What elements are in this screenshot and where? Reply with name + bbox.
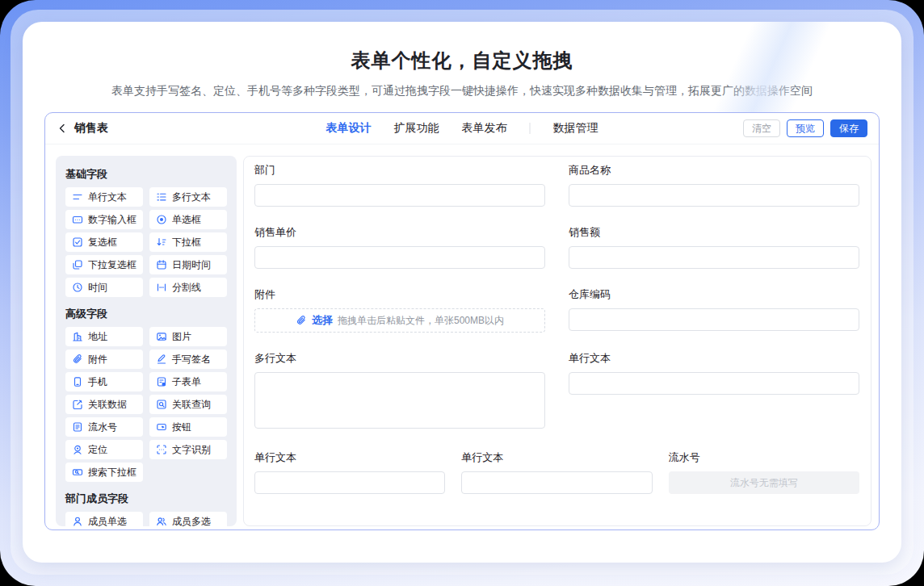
field-label: 附件	[254, 287, 545, 302]
form-field-warehouse-code: 仓库编码	[569, 287, 859, 331]
field-chip-time[interactable]: 时间	[65, 278, 143, 297]
field-chip-grid: 地址图片附件手写签名手机子表单关联数据关联查询流水号按钮定位文字识别搜索下拉框	[65, 327, 227, 482]
member-multi-icon	[156, 516, 167, 526]
field-label: 商品名称	[569, 163, 859, 178]
ocr-icon	[156, 444, 167, 455]
field-chip-multi-line-text[interactable]: 多行文本	[149, 187, 227, 207]
field-chip-number-input[interactable]: 数字输入框	[65, 210, 143, 229]
chevron-left-icon	[57, 123, 68, 134]
clear-button[interactable]: 清空	[743, 119, 780, 137]
attachment-icon	[72, 354, 83, 365]
field-chip-label: 附件	[88, 353, 107, 366]
toolbar-actions: 清空 预览 保存	[743, 119, 867, 137]
field-chip-mobile[interactable]: 手机	[65, 372, 143, 391]
field-chip-label: 子表单	[172, 375, 201, 389]
subform-icon	[156, 376, 167, 387]
field-label: 单行文本	[254, 450, 445, 465]
field-chip-related-query[interactable]: 关联查询	[149, 395, 227, 414]
sidebar-section-title: 高级字段	[65, 307, 227, 321]
field-chip-member-single[interactable]: 成员单选	[65, 512, 143, 526]
form-canvas: 部门商品名称销售单价销售额附件选择拖拽单击后粘贴文件，单张500MB以内仓库编码…	[243, 156, 872, 526]
form-field-single-line-text-2: 单行文本	[254, 450, 445, 494]
field-input-unit-price[interactable]	[254, 246, 545, 269]
field-chip-button-field[interactable]: 按钮	[149, 417, 227, 437]
field-chip-label: 定位	[88, 443, 107, 457]
field-chip-checkbox[interactable]: 复选框	[65, 232, 143, 252]
field-label: 部门	[254, 163, 545, 178]
attachment-icon	[296, 315, 307, 326]
field-chip-datetime[interactable]: 日期时间	[149, 255, 227, 274]
attachment-hint: 拖拽单击后粘贴文件，单张500MB以内	[338, 314, 504, 328]
datetime-icon	[156, 259, 167, 270]
field-chip-address[interactable]: 地址	[65, 327, 143, 346]
field-input-warehouse-code[interactable]	[569, 308, 859, 331]
form-field-single-line-text-1: 单行文本	[569, 351, 859, 395]
sidebar-section-title: 部门成员字段	[65, 492, 227, 506]
form-field-unit-price: 销售单价	[254, 225, 545, 269]
signature-icon	[156, 354, 167, 365]
field-chip-member-multi[interactable]: 成员多选	[149, 512, 227, 526]
form-designer-window: 销售表 表单设计 扩展功能 表单发布 数据管理 清空 预览 保存	[44, 112, 880, 530]
tab-data-management[interactable]: 数据管理	[553, 121, 598, 136]
field-chip-divider-field[interactable]: 分割线	[149, 278, 227, 297]
field-label: 销售单价	[254, 225, 545, 240]
tab-form-publish[interactable]: 表单发布	[462, 121, 507, 136]
field-chip-signature[interactable]: 手写签名	[149, 350, 227, 369]
field-chip-subform[interactable]: 子表单	[149, 372, 227, 391]
form-row: 部门商品名称	[254, 163, 859, 207]
divider-field-icon	[156, 282, 167, 293]
field-chip-label: 成员单选	[88, 515, 127, 527]
field-chip-label: 成员多选	[172, 515, 211, 527]
tab-form-design[interactable]: 表单设计	[326, 121, 372, 136]
field-chip-label: 图片	[172, 330, 191, 344]
field-chip-label: 文字识别	[172, 443, 211, 457]
tab-extensions[interactable]: 扩展功能	[394, 121, 439, 136]
sidebar-section-title: 基础字段	[65, 167, 227, 182]
dropdown-multi-icon	[72, 259, 83, 270]
field-chip-label: 下拉框	[172, 236, 201, 249]
search-dropdown-icon	[72, 467, 83, 478]
single-line-text-icon	[72, 191, 83, 203]
field-chip-label: 手写签名	[172, 353, 211, 366]
field-input-department[interactable]	[254, 184, 545, 207]
form-field-single-line-text-3: 单行文本	[461, 450, 652, 494]
field-chip-radio[interactable]: 单选框	[149, 210, 227, 229]
field-chip-grid: 单行文本多行文本数字输入框单选框复选框下拉框下拉复选框日期时间时间分割线	[65, 187, 227, 297]
field-chip-attachment[interactable]: 附件	[65, 350, 143, 369]
field-input-single-line-text-2[interactable]	[254, 471, 445, 494]
related-query-icon	[156, 399, 167, 410]
dropdown-icon	[156, 236, 167, 248]
field-chip-label: 地址	[88, 330, 107, 344]
page-title: 表单个性化，自定义拖拽	[23, 48, 901, 73]
field-chip-label: 关联查询	[172, 398, 211, 412]
back-button[interactable]: 销售表	[57, 121, 108, 136]
field-input-sales-amount[interactable]	[569, 246, 859, 269]
field-chip-location[interactable]: 定位	[65, 440, 143, 459]
time-icon	[72, 282, 83, 293]
field-input-product-name[interactable]	[569, 184, 859, 207]
field-chip-related-data[interactable]: 关联数据	[65, 395, 143, 414]
field-input-single-line-text-1[interactable]	[569, 372, 859, 395]
field-chip-serial-number[interactable]: 流水号	[65, 417, 143, 437]
preview-button[interactable]: 预览	[787, 119, 824, 137]
field-chip-dropdown-multi[interactable]: 下拉复选框	[65, 255, 143, 274]
field-textarea-multiline-text[interactable]	[254, 372, 545, 429]
form-row: 附件选择拖拽单击后粘贴文件，单张500MB以内仓库编码	[254, 287, 859, 333]
field-chip-label: 日期时间	[172, 258, 211, 272]
location-icon	[72, 444, 83, 455]
field-chip-label: 手机	[88, 375, 107, 389]
field-chip-image[interactable]: 图片	[149, 327, 227, 346]
field-chip-single-line-text[interactable]: 单行文本	[65, 187, 143, 207]
form-row: 单行文本单行文本流水号	[254, 450, 859, 494]
field-chip-search-dropdown[interactable]: 搜索下拉框	[65, 463, 143, 482]
field-input-serial-number[interactable]	[669, 471, 859, 494]
field-input-single-line-text-3[interactable]	[461, 471, 652, 494]
save-button[interactable]: 保存	[830, 119, 867, 137]
attachment-choose-link[interactable]: 选择	[312, 313, 333, 328]
number-input-icon	[72, 214, 83, 225]
field-chip-ocr[interactable]: 文字识别	[149, 440, 227, 459]
attachment-upload-box[interactable]: 选择拖拽单击后粘贴文件，单张500MB以内	[254, 308, 545, 333]
field-sidebar: 基础字段单行文本多行文本数字输入框单选框复选框下拉框下拉复选框日期时间时间分割线…	[56, 156, 237, 526]
form-row: 销售单价销售额	[254, 225, 859, 269]
field-chip-dropdown[interactable]: 下拉框	[149, 232, 227, 252]
